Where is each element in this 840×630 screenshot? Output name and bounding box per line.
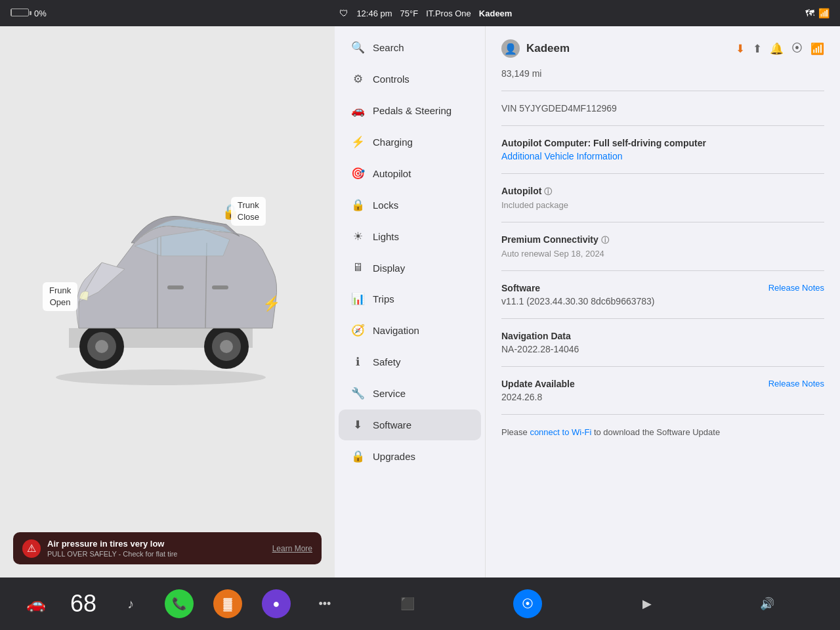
premium-info-icon: ⓘ	[601, 236, 609, 245]
menu-label-search: Search	[373, 42, 404, 53]
upload-icon[interactable]: ⬆	[753, 42, 762, 56]
premium-conn-sub: Auto renewal Sep 18, 2024	[501, 249, 824, 259]
menu-item-trips[interactable]: 📊 Trips	[339, 284, 481, 314]
header-icons: ⬇ ⬆ 🔔 ⦿ 📶	[736, 42, 824, 56]
menu-label-navigation: Navigation	[373, 325, 419, 336]
menu-item-service[interactable]: 🔧 Service	[339, 378, 481, 409]
update-section: Update Available 2024.26.8 Release Notes	[501, 379, 824, 415]
menu-item-safety[interactable]: ℹ Safety	[339, 346, 481, 377]
temperature-display: 75°F	[400, 9, 419, 18]
alert-icon: ⚠	[22, 539, 41, 558]
svg-point-3	[95, 340, 108, 353]
premium-conn-label: Premium Connectivity ⓘ	[501, 234, 824, 246]
car-image: Trunk Close 🔒	[0, 26, 335, 578]
time-display: 12:46 pm	[356, 9, 392, 18]
menu-label-autopilot: Autopilot	[373, 168, 411, 179]
release-notes-2-link[interactable]: Release Notes	[768, 379, 824, 388]
display-icon: 🖥	[350, 261, 365, 274]
profile-row: 👤 Kadeem ⬇ ⬆ 🔔 ⦿ 📶	[501, 39, 824, 58]
nav-data-value: NA-2022.28-14046	[501, 344, 824, 354]
lights-icon: ☀	[350, 230, 365, 243]
main-content: Trunk Close 🔒	[0, 26, 840, 578]
autopilot-sub: Included package	[501, 200, 824, 210]
username-display: Kadeem	[479, 9, 513, 18]
trunk-button[interactable]: Trunk Close	[231, 197, 266, 226]
nav-data-label: Navigation Data	[501, 331, 824, 341]
taskbar-right: ⬛ ⦿ ▶ 🔊	[348, 589, 827, 618]
menu-label-charging: Charging	[373, 136, 413, 148]
play-button[interactable]: ▶	[633, 589, 662, 618]
car-status-button[interactable]: 🚗	[22, 589, 51, 618]
detail-column: 👤 Kadeem ⬇ ⬆ 🔔 ⦿ 📶 83,149 mi VIN 5YJYGDE…	[486, 26, 840, 578]
download-icon[interactable]: ⬇	[736, 42, 745, 56]
trips-icon: 📊	[350, 292, 365, 306]
camera-button[interactable]: ●	[262, 589, 291, 618]
battery-indicator	[10, 9, 29, 18]
taskbar: 🚗 68 ♪ 📞 ▓ ● ••• ⬛ ⦿ ▶ 🔊	[0, 578, 840, 630]
controls-icon: ⚙	[350, 72, 365, 86]
volume-button[interactable]: 🔊	[753, 589, 782, 618]
autopilot-section: Autopilot ⓘ Included package	[501, 186, 824, 222]
phone-button[interactable]: 📞	[165, 589, 194, 618]
mileage-section: 83,149 mi	[501, 68, 824, 91]
network-name: IT.Pros One	[426, 9, 471, 18]
menu-item-upgrades[interactable]: 🔒 Upgrades	[339, 441, 481, 472]
status-left: 0%	[10, 9, 47, 18]
car-panel: Trunk Close 🔒	[0, 26, 335, 578]
battery-percent: 0%	[34, 9, 47, 18]
navigation-icon: 🧭	[350, 324, 365, 337]
mileage-value: 83,149 mi	[501, 68, 824, 79]
car-svg-container: Trunk Close 🔒	[30, 177, 305, 440]
frunk-button[interactable]: Frunk Open	[43, 282, 77, 311]
software-icon: ⬇	[350, 418, 365, 432]
premium-conn-section: Premium Connectivity ⓘ Auto renewal Sep …	[501, 234, 824, 271]
update-content: Update Available 2024.26.8	[501, 379, 762, 402]
release-notes-1-link[interactable]: Release Notes	[768, 283, 824, 293]
autopilot-label: Autopilot ⓘ	[501, 186, 824, 198]
alert-subtitle: PULL OVER SAFELY - Check for flat tire	[47, 550, 266, 558]
menu-item-search[interactable]: 🔍 Search	[339, 32, 481, 63]
menu-item-pedals[interactable]: 🚗 Pedals & Steering	[339, 95, 481, 126]
additional-info-link[interactable]: Additional Vehicle Information	[501, 151, 824, 161]
profile-name: Kadeem	[526, 42, 570, 55]
status-bar: 0% 🛡 12:46 pm 75°F IT.Pros One Kadeem 🗺 …	[0, 0, 840, 26]
wifi-link[interactable]: connect to Wi-Fi	[530, 427, 591, 437]
nav-data-section: Navigation Data NA-2022.28-14046	[501, 331, 824, 367]
locks-icon: 🔒	[350, 198, 365, 212]
menu-item-software[interactable]: ⬇ Software	[339, 410, 481, 440]
menu-item-locks[interactable]: 🔒 Locks	[339, 190, 481, 220]
svg-rect-10	[212, 285, 228, 289]
service-icon: 🔧	[350, 387, 365, 400]
screen-button[interactable]: ⬛	[393, 589, 422, 618]
taskbar-left: 🚗 68 ♪ 📞 ▓ ● •••	[13, 589, 348, 618]
signal-bars-icon[interactable]: 📶	[810, 42, 824, 56]
update-available-label: Update Available	[501, 379, 762, 389]
music-button[interactable]: ♪	[116, 589, 145, 618]
menu-item-display[interactable]: 🖥 Display	[339, 253, 481, 283]
bluetooth-button[interactable]: ⦿	[513, 589, 542, 618]
bluetooth-icon[interactable]: ⦿	[791, 42, 803, 55]
menu-item-controls[interactable]: ⚙ Controls	[339, 64, 481, 94]
svg-point-0	[56, 369, 266, 385]
status-right: 🗺 📶	[805, 8, 830, 18]
menu-item-lights[interactable]: ☀ Lights	[339, 221, 481, 252]
notification-icon[interactable]: 🔔	[770, 42, 784, 56]
menu-label-locks: Locks	[373, 200, 398, 211]
safety-icon: ℹ	[350, 355, 365, 369]
menu-item-navigation[interactable]: 🧭 Navigation	[339, 315, 481, 346]
upgrades-icon: 🔒	[350, 450, 365, 463]
software-label: Software	[501, 283, 762, 293]
menu-label-service: Service	[373, 388, 406, 399]
menu-label-upgrades: Upgrades	[373, 451, 415, 462]
menu-label-software: Software	[373, 419, 411, 430]
more-button[interactable]: •••	[310, 589, 339, 618]
svg-rect-9	[167, 285, 184, 289]
update-notice: Please connect to Wi-Fi to download the …	[501, 427, 824, 438]
menu-item-autopilot[interactable]: 🎯 Autopilot	[339, 158, 481, 189]
vin-value: VIN 5YJYGDED4MF112969	[501, 103, 824, 114]
svg-text:⚡: ⚡	[262, 295, 281, 312]
audio-button[interactable]: ▓	[213, 589, 242, 618]
learn-more-link[interactable]: Learn More	[272, 544, 312, 553]
menu-label-controls: Controls	[373, 74, 410, 85]
menu-item-charging[interactable]: ⚡ Charging	[339, 127, 481, 158]
